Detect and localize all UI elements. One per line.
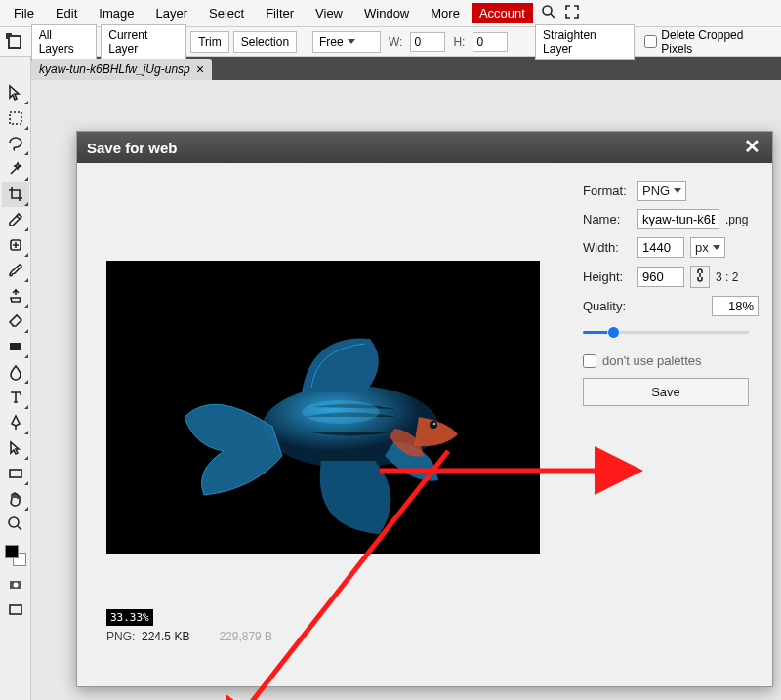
palettes-checkbox[interactable] [583, 354, 596, 368]
format-select[interactable]: PNG [637, 181, 686, 201]
slider-thumb[interactable] [607, 326, 620, 339]
document-tab[interactable]: kyaw-tun-k6BHLfw_jUg-unsp × [31, 59, 212, 80]
opt-trim[interactable]: Trim [190, 31, 229, 53]
menu-select[interactable]: Select [199, 2, 254, 24]
crop-icon [6, 33, 23, 51]
tool-screenmode[interactable] [2, 597, 29, 623]
dialog-close-button[interactable]: ✕ [741, 137, 762, 158]
width-input[interactable] [637, 237, 684, 258]
svg-point-17 [302, 400, 380, 424]
tool-move[interactable] [2, 80, 29, 105]
search-icon[interactable] [541, 4, 556, 23]
opt-delete-cropped-label: Delete Cropped Pixels [661, 28, 775, 56]
footer-bytes: 229,879 B [219, 630, 272, 643]
height-label: Height: [583, 269, 632, 284]
tool-quickmask[interactable] [2, 572, 29, 597]
document-tab-title: kyaw-tun-k6BHLfw_jUg-unsp [39, 62, 190, 76]
svg-point-10 [13, 583, 18, 588]
opt-current-layer[interactable]: Current Layer [101, 24, 186, 60]
svg-point-16 [433, 423, 436, 426]
tool-healing[interactable] [2, 232, 29, 258]
color-swatch[interactable] [5, 545, 26, 566]
opt-delete-cropped[interactable]: Delete Cropped Pixels [644, 28, 775, 56]
quality-input[interactable] [712, 296, 759, 316]
dialog-titlebar: Save for web ✕ [77, 132, 772, 163]
tool-path-select[interactable] [2, 435, 29, 461]
tool-blur[interactable] [2, 359, 29, 385]
opt-h-input[interactable] [473, 32, 508, 52]
opt-delete-cropped-check[interactable] [644, 35, 657, 48]
tool-eraser[interactable] [2, 309, 29, 334]
dialog-title: Save for web [87, 140, 178, 156]
name-input[interactable] [637, 209, 719, 229]
name-extension: .png [725, 213, 748, 226]
svg-point-7 [9, 517, 19, 527]
menu-window[interactable]: Window [354, 2, 419, 24]
tool-pen[interactable] [2, 410, 29, 435]
tool-type[interactable] [2, 385, 29, 410]
fullscreen-icon[interactable] [564, 4, 580, 23]
unit-select[interactable]: px [690, 237, 725, 258]
betta-fish-image [106, 261, 540, 554]
menu-filter[interactable]: Filter [256, 2, 304, 24]
menu-edit[interactable]: Edit [46, 2, 87, 24]
toolbox [0, 57, 31, 700]
svg-line-1 [551, 14, 555, 18]
tool-hand[interactable] [2, 486, 29, 512]
save-button[interactable]: Save [583, 378, 749, 406]
save-for-web-dialog: Save for web ✕ [76, 131, 773, 687]
opt-w-label: W: [385, 35, 406, 49]
dialog-body: Format: PNG Name: .png Width: px Height:… [77, 163, 772, 686]
opt-straighten[interactable]: Straighten Layer [535, 24, 635, 60]
opt-w-input[interactable] [410, 32, 445, 52]
aspect-ratio: 3 : 2 [716, 270, 738, 284]
tool-brush[interactable] [2, 258, 29, 283]
svg-rect-6 [10, 470, 21, 477]
name-label: Name: [583, 212, 632, 226]
chevron-down-icon [348, 39, 355, 44]
tool-lasso[interactable] [2, 131, 29, 156]
svg-point-0 [543, 6, 552, 15]
menu-image[interactable]: Image [89, 2, 144, 24]
tool-magic-wand[interactable] [2, 156, 29, 182]
width-label: Width: [583, 240, 632, 255]
zoom-badge[interactable]: 33.33% [106, 609, 153, 626]
height-input[interactable] [637, 267, 684, 287]
footer-format: PNG: [106, 630, 135, 643]
tool-gradient[interactable] [2, 334, 29, 359]
palettes-checkbox-row[interactable]: don't use palettes [583, 353, 759, 368]
link-aspect-icon[interactable] [690, 266, 710, 288]
quality-slider[interactable] [583, 324, 749, 340]
chevron-down-icon [713, 245, 720, 250]
tool-zoom[interactable] [2, 512, 29, 537]
menu-file[interactable]: File [4, 2, 44, 24]
tool-shape[interactable] [2, 461, 29, 486]
opt-h-label: H: [449, 35, 469, 49]
close-icon[interactable]: × [196, 62, 204, 77]
options-bar: All Layers Current Layer Trim Selection … [0, 27, 781, 57]
format-label: Format: [583, 184, 632, 198]
export-footer: PNG: 224.5 KB 229,879 B [106, 630, 272, 643]
menu-layer[interactable]: Layer [146, 2, 198, 24]
opt-mode-value: Free [319, 35, 344, 49]
opt-mode-select[interactable]: Free [312, 31, 381, 53]
svg-rect-2 [10, 112, 21, 124]
image-preview [106, 261, 540, 554]
menu-more[interactable]: More [421, 2, 470, 24]
palettes-label: don't use palettes [602, 353, 702, 368]
svg-point-15 [430, 421, 437, 429]
opt-selection[interactable]: Selection [233, 31, 297, 53]
tool-marquee[interactable] [2, 105, 29, 131]
tool-crop[interactable] [2, 182, 29, 207]
tool-eyedropper[interactable] [2, 207, 29, 232]
svg-line-8 [18, 526, 21, 530]
quality-label: Quality: [583, 299, 632, 313]
menu-view[interactable]: View [306, 2, 352, 24]
tool-clone-stamp[interactable] [2, 283, 29, 309]
svg-rect-4 [10, 343, 21, 350]
menu-account[interactable]: Account [472, 3, 533, 23]
svg-rect-11 [10, 605, 21, 614]
chevron-down-icon [674, 188, 681, 193]
opt-all-layers[interactable]: All Layers [31, 24, 98, 60]
document-tabs: kyaw-tun-k6BHLfw_jUg-unsp × [0, 57, 781, 80]
